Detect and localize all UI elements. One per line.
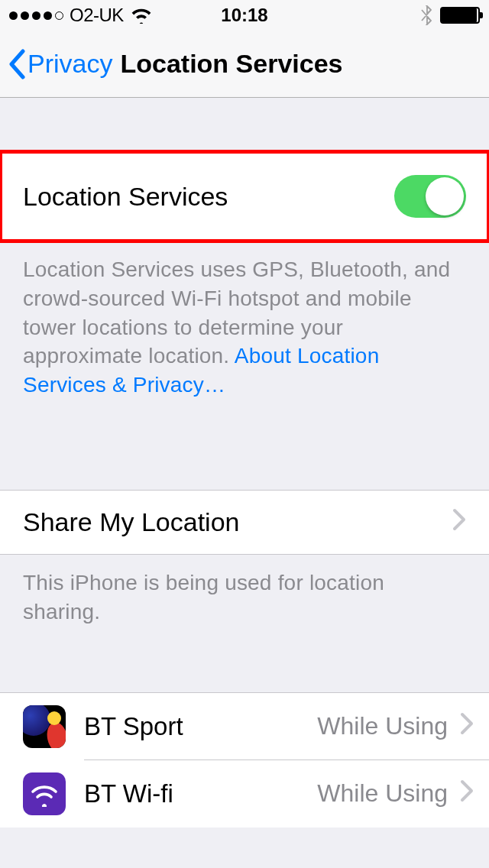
- bt-wifi-icon: [23, 772, 66, 815]
- battery-icon: [440, 7, 480, 24]
- nav-bar: Privacy Location Services: [0, 31, 489, 98]
- chevron-right-icon: [460, 712, 474, 741]
- bt-sport-icon: [23, 705, 66, 748]
- back-button[interactable]: Privacy: [8, 49, 112, 79]
- location-services-row[interactable]: Location Services: [0, 151, 489, 241]
- clock: 10:18: [221, 5, 267, 26]
- chevron-right-icon: [460, 779, 474, 808]
- app-permission-status: While Using: [317, 712, 448, 740]
- app-list: BT Sport While Using BT Wi-fi While Usin…: [0, 692, 489, 828]
- share-my-location-label: Share My Location: [23, 507, 240, 537]
- carrier-label: O2-UK: [70, 5, 124, 26]
- chevron-left-icon: [8, 49, 26, 79]
- bluetooth-icon: [420, 5, 432, 25]
- toggle-knob: [426, 177, 464, 215]
- app-name: BT Wi-fi: [84, 779, 173, 808]
- status-right: [420, 5, 480, 25]
- location-services-toggle[interactable]: [394, 175, 466, 218]
- chevron-right-icon: [452, 507, 466, 537]
- share-my-location-footer: This iPhone is being used for location s…: [0, 555, 489, 648]
- wifi-icon: [130, 7, 153, 24]
- content: Location Services Location Services uses…: [0, 98, 489, 828]
- page-title: Location Services: [120, 49, 342, 79]
- location-services-label: Location Services: [23, 182, 228, 212]
- app-row-bt-wifi[interactable]: BT Wi-fi While Using: [0, 760, 489, 828]
- location-services-footer: Location Services uses GPS, Bluetooth, a…: [0, 241, 489, 421]
- app-name: BT Sport: [84, 712, 183, 741]
- status-bar: O2-UK 10:18: [0, 0, 489, 31]
- app-permission-status: While Using: [317, 779, 448, 808]
- app-row-bt-sport[interactable]: BT Sport While Using: [0, 693, 489, 760]
- share-my-location-row[interactable]: Share My Location: [0, 490, 489, 555]
- signal-strength-icon: [9, 11, 63, 20]
- status-left: O2-UK: [9, 5, 153, 26]
- back-label: Privacy: [28, 49, 112, 79]
